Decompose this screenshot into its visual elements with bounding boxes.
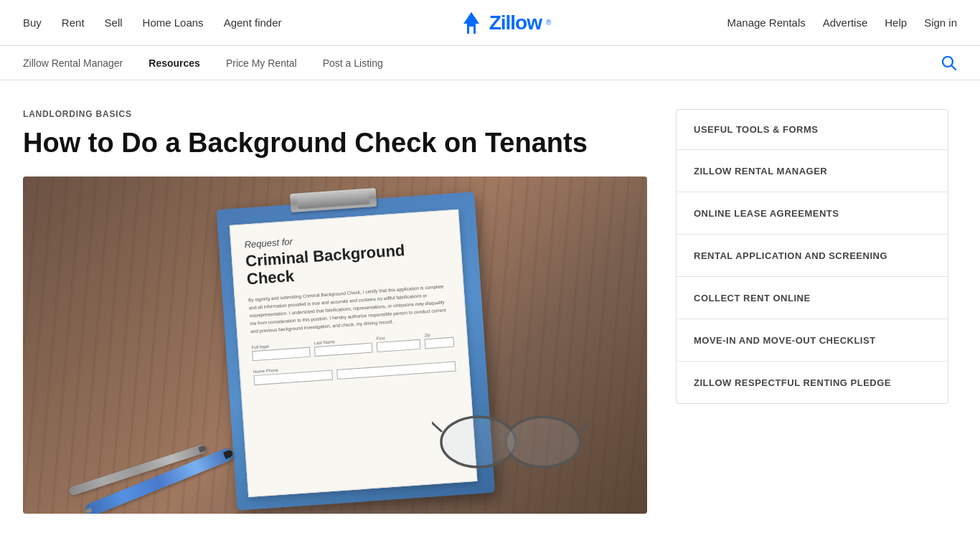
sidebar-item-label: RENTAL APPLICATION AND SCREENING xyxy=(694,250,887,261)
svg-line-2 xyxy=(952,65,956,70)
secondary-nav-links: Zillow Rental Manager Resources Price My… xyxy=(23,57,383,69)
sidebar-card: USEFUL TOOLS & FORMS ZILLOW RENTAL MANAG… xyxy=(676,109,948,404)
nav-post-a-listing[interactable]: Post a Listing xyxy=(323,57,383,69)
article-title: How to Do a Background Check on Tenants xyxy=(23,128,647,159)
nav-home-loans[interactable]: Home Loans xyxy=(143,17,204,29)
nav-rent[interactable]: Rent xyxy=(62,17,85,29)
sidebar-item-rental-application[interactable]: RENTAL APPLICATION AND SCREENING xyxy=(677,235,948,277)
nav-price-my-rental[interactable]: Price My Rental xyxy=(226,57,297,69)
svg-line-6 xyxy=(432,423,441,431)
nav-advertise[interactable]: Advertise xyxy=(823,17,868,29)
zillow-logo[interactable]: Zillow ® xyxy=(458,9,552,37)
top-nav-left: Buy Rent Sell Home Loans Agent finder xyxy=(23,17,282,29)
doc-fields: Full legal Last Name First Zip xyxy=(251,331,456,385)
zillow-logo-icon xyxy=(458,9,485,37)
main-content: LANDLORDING BASICS How to Do a Backgroun… xyxy=(0,80,980,542)
sidebar-item-label: ONLINE LEASE AGREEMENTS xyxy=(694,208,839,219)
sidebar-item-label: USEFUL TOOLS & FORMS xyxy=(694,124,818,135)
nav-sign-in[interactable]: Sign in xyxy=(924,17,957,29)
sidebar-item-zillow-rental-manager[interactable]: ZILLOW RENTAL MANAGER xyxy=(677,150,948,192)
sidebar-item-online-lease[interactable]: ONLINE LEASE AGREEMENTS xyxy=(677,192,948,235)
svg-point-8 xyxy=(443,418,514,466)
secondary-nav: Zillow Rental Manager Resources Price My… xyxy=(0,46,980,80)
sidebar-item-label: ZILLOW RESPECTFUL RENTING PLEDGE xyxy=(694,377,891,388)
sidebar-item-move-in-out[interactable]: MOVE-IN AND MOVE-OUT CHECKLIST xyxy=(677,319,948,362)
sidebar-item-label: COLLECT RENT ONLINE xyxy=(694,293,811,303)
nav-zillow-rental-manager[interactable]: Zillow Rental Manager xyxy=(23,57,123,69)
category-label: LANDLORDING BASICS xyxy=(23,109,647,119)
sidebar-item-collect-rent[interactable]: COLLECT RENT ONLINE xyxy=(677,277,948,319)
nav-help[interactable]: Help xyxy=(885,17,907,29)
svg-rect-0 xyxy=(469,27,473,34)
top-nav: Buy Rent Sell Home Loans Agent finder Zi… xyxy=(0,0,980,46)
sidebar-item-label: ZILLOW RENTAL MANAGER xyxy=(694,166,827,176)
search-icon xyxy=(941,55,957,71)
search-button[interactable] xyxy=(941,55,957,71)
sidebar: USEFUL TOOLS & FORMS ZILLOW RENTAL MANAG… xyxy=(676,109,948,514)
sidebar-item-useful-tools[interactable]: USEFUL TOOLS & FORMS xyxy=(677,110,948,150)
top-nav-right: Manage Rentals Advertise Help Sign in xyxy=(727,17,958,29)
svg-line-7 xyxy=(580,423,590,431)
doc-body: By signing and submitting Criminal Backg… xyxy=(248,281,453,335)
glasses-image xyxy=(432,410,590,474)
zillow-registered: ® xyxy=(546,19,551,27)
nav-manage-rentals[interactable]: Manage Rentals xyxy=(727,17,806,29)
article-area: LANDLORDING BASICS How to Do a Backgroun… xyxy=(23,109,647,514)
svg-point-9 xyxy=(507,418,579,466)
sidebar-item-respectful-renting[interactable]: ZILLOW RESPECTFUL RENTING PLEDGE xyxy=(677,362,948,403)
article-image: Request for Criminal Background Check By… xyxy=(23,176,647,514)
nav-sell[interactable]: Sell xyxy=(105,17,123,29)
zillow-logo-text: Zillow xyxy=(489,11,542,34)
sidebar-item-label: MOVE-IN AND MOVE-OUT CHECKLIST xyxy=(694,335,876,346)
nav-buy[interactable]: Buy xyxy=(23,17,42,29)
nav-resources[interactable]: Resources xyxy=(149,57,200,69)
nav-agent-finder[interactable]: Agent finder xyxy=(224,17,282,29)
